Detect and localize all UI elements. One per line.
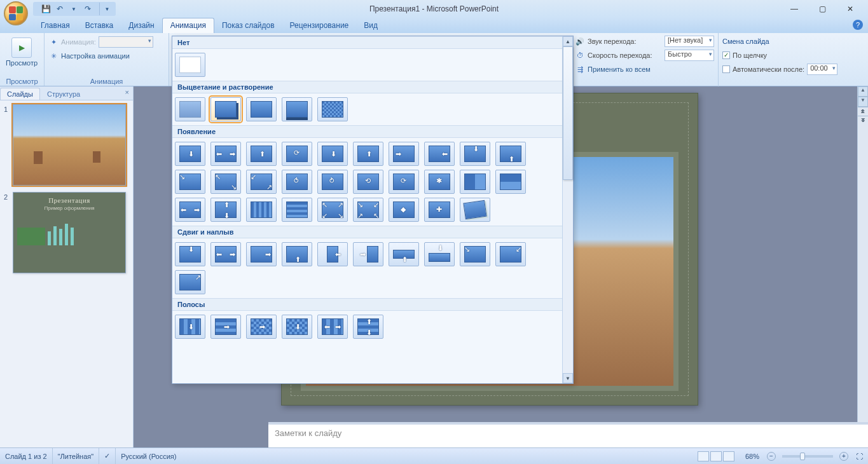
notes-pane[interactable]: Заметки к слайду bbox=[268, 422, 868, 447]
save-icon[interactable]: 💾 bbox=[39, 3, 52, 15]
tab-view[interactable]: Вид bbox=[356, 18, 385, 33]
transition-appear[interactable]: ⬅➡ bbox=[175, 198, 205, 222]
prev-slide-icon[interactable]: ⯭ bbox=[858, 107, 868, 116]
transition-stripes[interactable]: ⬆⬇ bbox=[353, 315, 383, 339]
undo-dropdown-icon[interactable]: ▼ bbox=[67, 3, 80, 15]
tab-animation[interactable]: Анимация bbox=[162, 18, 214, 33]
help-icon[interactable]: ? bbox=[853, 20, 863, 30]
transition-dissolve[interactable] bbox=[317, 97, 348, 121]
auto-after-checkbox[interactable] bbox=[722, 65, 730, 73]
maximize-button[interactable]: ▢ bbox=[808, 2, 836, 16]
status-spellcheck[interactable]: ✓ bbox=[99, 448, 116, 464]
scroll-up-icon[interactable]: ▲ bbox=[858, 86, 868, 97]
transition-appear[interactable]: ⬅ bbox=[424, 142, 455, 166]
apply-to-all-button[interactable]: ⇶ Применить ко всем bbox=[575, 62, 714, 76]
transition-appear[interactable]: ⬇ bbox=[175, 142, 205, 166]
view-slideshow-button[interactable] bbox=[723, 451, 734, 461]
transition-shift[interactable]: ↙ bbox=[495, 242, 526, 266]
tab-insert[interactable]: Вставка bbox=[78, 18, 121, 33]
zoom-out-button[interactable]: − bbox=[767, 452, 776, 461]
transition-shift[interactable]: ↘ bbox=[460, 242, 490, 266]
custom-animation-button[interactable]: ✳ Настройка анимации bbox=[48, 49, 165, 63]
slide-thumb-2[interactable]: 2 Презентация Пример оформления bbox=[4, 192, 129, 273]
transition-appear[interactable] bbox=[460, 198, 490, 222]
slide-thumb-1[interactable]: 1 bbox=[4, 104, 129, 186]
transition-shift[interactable]: ⬅ bbox=[317, 242, 348, 266]
on-click-checkbox[interactable] bbox=[722, 51, 730, 59]
transition-appear[interactable]: ⬇ bbox=[317, 142, 348, 166]
qat-customize-icon[interactable]: ▼ bbox=[99, 3, 112, 15]
transition-appear[interactable]: ➡ bbox=[389, 142, 419, 166]
transition-appear[interactable] bbox=[495, 170, 526, 194]
transition-speed-dropdown[interactable]: Быстро bbox=[665, 50, 714, 61]
transition-shift[interactable]: ➡ bbox=[353, 242, 383, 266]
transition-appear[interactable]: ⥁ bbox=[317, 170, 348, 194]
transition-shift[interactable]: ➡ bbox=[246, 242, 277, 266]
status-language[interactable]: Русский (Россия) bbox=[116, 448, 181, 464]
preview-button[interactable]: ▶ Просмотр bbox=[4, 35, 39, 67]
undo-icon[interactable]: ↶ bbox=[53, 3, 66, 15]
transition-appear[interactable]: ⬇ bbox=[460, 142, 490, 166]
transition-appear[interactable]: ✱ bbox=[424, 170, 455, 194]
view-normal-button[interactable] bbox=[698, 451, 709, 461]
transition-shift[interactable]: ⬇ bbox=[424, 242, 455, 266]
slides-pane-close-icon[interactable]: × bbox=[125, 88, 129, 96]
scroll-up-icon[interactable]: ▲ bbox=[563, 36, 573, 46]
zoom-in-button[interactable]: + bbox=[839, 452, 848, 461]
tab-design[interactable]: Дизайн bbox=[121, 18, 162, 33]
fit-to-window-button[interactable]: ⛶ bbox=[851, 448, 868, 464]
tab-slides[interactable]: Слайды bbox=[0, 88, 40, 100]
transition-sound-dropdown[interactable]: [Нет звука] bbox=[665, 36, 714, 47]
transition-appear[interactable] bbox=[460, 170, 490, 194]
transition-appear[interactable]: ⟳ bbox=[389, 170, 419, 194]
transition-fade-4[interactable] bbox=[282, 97, 312, 121]
transition-appear[interactable]: ↙↗ bbox=[246, 170, 277, 194]
transition-appear[interactable]: ↖↗↙↘ bbox=[317, 198, 348, 222]
transition-stripes[interactable]: ➡ bbox=[246, 315, 277, 339]
scroll-down-icon[interactable]: ▼ bbox=[563, 373, 573, 383]
office-button[interactable] bbox=[4, 1, 28, 25]
transition-fade-2[interactable] bbox=[210, 97, 241, 121]
animation-dropdown[interactable] bbox=[99, 36, 153, 48]
vertical-scrollbar[interactable]: ▲ ▼ ⯭ ⯯ bbox=[857, 86, 868, 447]
transition-none[interactable] bbox=[175, 53, 205, 77]
tab-home[interactable]: Главная bbox=[33, 18, 78, 33]
transition-fade-3[interactable] bbox=[246, 97, 277, 121]
transition-stripes[interactable]: ⬅➡ bbox=[317, 315, 348, 339]
transition-appear[interactable]: ◆ bbox=[389, 198, 419, 222]
transition-shift[interactable]: ⬆ bbox=[282, 242, 312, 266]
redo-icon[interactable]: ↷ bbox=[81, 3, 94, 15]
transition-appear[interactable]: ⬅➡ bbox=[210, 142, 241, 166]
transition-stripes[interactable]: ➡ bbox=[210, 315, 241, 339]
zoom-level[interactable]: 68% bbox=[740, 448, 764, 464]
transition-appear[interactable]: ⥀ bbox=[282, 170, 312, 194]
transition-appear[interactable]: ⟲ bbox=[353, 170, 383, 194]
auto-after-time[interactable]: 00:00 bbox=[807, 64, 837, 75]
next-slide-icon[interactable]: ⯯ bbox=[858, 116, 868, 125]
view-sorter-button[interactable] bbox=[710, 451, 722, 461]
transition-appear[interactable]: ↘↙↗↖ bbox=[353, 198, 383, 222]
scroll-down-icon[interactable]: ▼ bbox=[858, 97, 868, 107]
transition-shift[interactable]: ⬅➡ bbox=[210, 242, 241, 266]
gallery-scrollbar[interactable]: ▲ ▼ bbox=[562, 36, 573, 383]
transition-appear[interactable]: ⬆ bbox=[246, 142, 277, 166]
minimize-button[interactable]: ― bbox=[780, 2, 808, 16]
transition-appear[interactable]: ⟳ bbox=[282, 142, 312, 166]
tab-review[interactable]: Рецензирование bbox=[282, 18, 357, 33]
transition-stripes[interactable]: ⬇ bbox=[282, 315, 312, 339]
transition-appear[interactable]: ✚ bbox=[424, 198, 455, 222]
transition-appear[interactable]: ↘ bbox=[175, 170, 205, 194]
transition-appear[interactable]: ⬆⬇ bbox=[210, 198, 241, 222]
transition-shift[interactable]: ⬇ bbox=[175, 242, 205, 266]
transition-stripes[interactable]: ⬇ bbox=[175, 315, 205, 339]
transition-appear[interactable]: ⬆ bbox=[353, 142, 383, 166]
tab-slideshow[interactable]: Показ слайдов bbox=[214, 18, 282, 33]
transition-appear[interactable] bbox=[246, 198, 277, 222]
transition-appear[interactable]: ↖↘ bbox=[210, 170, 241, 194]
tab-outline[interactable]: Структура bbox=[40, 88, 87, 100]
transition-shift[interactable]: ⬆ bbox=[389, 242, 419, 266]
transition-shift[interactable]: ↗ bbox=[175, 270, 205, 294]
transition-appear[interactable]: ⬆ bbox=[495, 142, 526, 166]
transition-fade-1[interactable] bbox=[175, 97, 205, 121]
zoom-slider[interactable] bbox=[782, 455, 833, 458]
